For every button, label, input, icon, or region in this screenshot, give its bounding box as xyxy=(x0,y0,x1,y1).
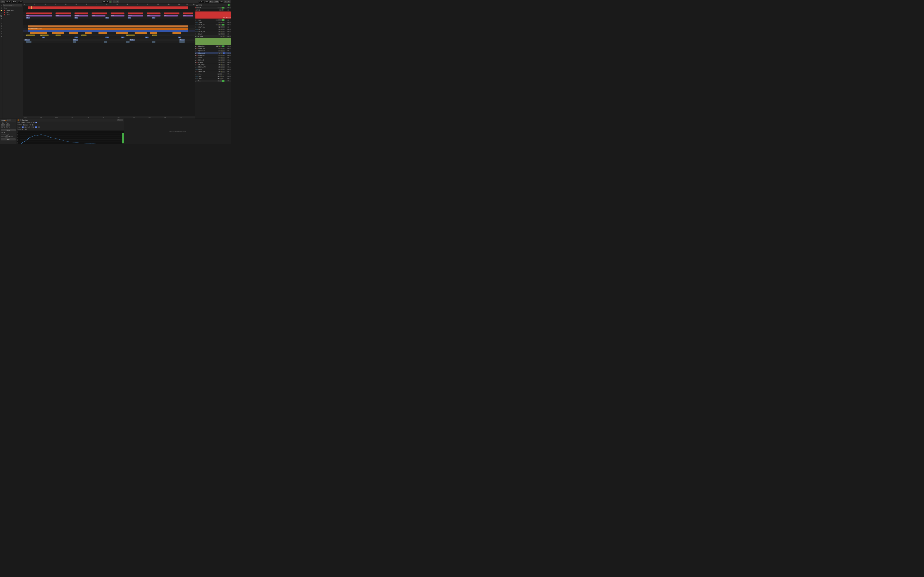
clip-drum1-1[interactable] xyxy=(26,13,52,15)
ch-13-bass-lead[interactable]: ▶ 13 Bass Lead 13 S ○ 0.00 ms xyxy=(195,47,231,50)
stop-button[interactable]: ■ xyxy=(113,0,115,3)
spectrum-expand-btn[interactable]: ⤢ xyxy=(120,119,123,121)
ch-21-m[interactable]: ○ xyxy=(223,66,225,68)
clip-bass-stab[interactable] xyxy=(28,26,188,27)
clip-chant-8[interactable] xyxy=(150,32,157,34)
icon-edit[interactable]: ✎ xyxy=(0,27,3,30)
ch-6-pmjp3-top[interactable]: ▷ 6 PMJP3_top 6 S ○ 0.00 ms xyxy=(195,24,231,26)
clip-pmjp3-8[interactable]: PMJP3_ri xyxy=(164,15,178,16)
ch-16-s[interactable]: S xyxy=(221,55,223,56)
icon-samples[interactable]: ♫ xyxy=(0,12,3,14)
graph-max-btn[interactable]: Max xyxy=(25,126,27,128)
clip-pmj-2[interactable]: PMJ xyxy=(74,17,78,19)
ch-16-m[interactable]: ○ xyxy=(223,55,225,56)
play-button[interactable]: ▶ xyxy=(109,0,112,3)
time-sig-display[interactable]: 4 / 4 xyxy=(12,1,16,3)
ch-5-snare-s[interactable]: S xyxy=(221,22,223,23)
mixer-collapse-btn[interactable]: ◀ xyxy=(200,4,202,6)
clip-chant-7[interactable] xyxy=(134,32,147,34)
ch-23-bass-lead[interactable]: ▶ 23 Bass Lead 23 S ○ 0.00 ms xyxy=(195,71,231,73)
tracks-container[interactable]: PMJP3 PMJP3 PMJP3_ri PMJP3 PMJP3 PMJP3_r… xyxy=(23,6,195,116)
clip-bracket-1[interactable] xyxy=(26,41,31,43)
refresh-val[interactable]: 40.0 ms xyxy=(23,124,28,126)
ch-12-s[interactable]: S xyxy=(218,45,220,47)
ch-master[interactable]: ▷ Master 0 S 0.00 ms xyxy=(195,80,231,82)
ch-b-hall-s[interactable]: S xyxy=(220,76,222,77)
clip-pmjp3-9[interactable]: PMJP3 xyxy=(183,15,193,16)
ch-gr-sub[interactable]: GR SUB 1 S 0.00 ms xyxy=(195,7,231,9)
clip-chant-2[interactable] xyxy=(52,32,64,34)
clip-015-3[interactable]: 015_N xyxy=(129,39,134,41)
limiter-auto-btn[interactable]: Auto xyxy=(1,139,16,141)
spectrum-play-btn[interactable]: ▶ xyxy=(19,119,21,121)
ch-20-m[interactable]: ○ xyxy=(223,64,225,65)
ch-4-kick[interactable]: ▶ 4 Kick 4 S ○ 0.00 ms xyxy=(195,19,231,21)
clip-drum1-7[interactable] xyxy=(147,13,160,15)
ch-19-m[interactable]: ○ xyxy=(223,61,225,63)
clip-015-1[interactable]: 015 xyxy=(24,39,30,41)
ch-4-kick-m[interactable]: ○ xyxy=(220,19,222,21)
scale-lin-btn[interactable]: Lin xyxy=(32,126,34,128)
ch-6-m[interactable]: ○ xyxy=(220,24,222,26)
ch-21-s[interactable]: S xyxy=(221,66,223,68)
clip-pmjp3-1[interactable]: PMJP3 xyxy=(26,15,52,16)
clip-drum1-4[interactable] xyxy=(92,13,107,15)
clip-chant-6[interactable] xyxy=(116,32,128,34)
clip-yellow-6[interactable]: ft xyxy=(152,34,157,36)
clip-015-4[interactable]: 015_ xyxy=(179,39,184,41)
clip-15-bass-lead[interactable] xyxy=(28,30,188,32)
gr-ks-fader[interactable]: -3.0 -inf -inf -inf xyxy=(195,11,231,19)
ch-22-fx1[interactable]: ▷ 22 FX 1 22 S ○ 0.00 ms xyxy=(195,68,231,71)
ch-17-s[interactable]: S xyxy=(221,57,223,58)
ch-a-room-s[interactable]: S xyxy=(220,73,222,75)
ch-16-bass-stab[interactable]: ▶ 16 Bass Stab 16 S ○ 0.00 ms xyxy=(195,54,231,56)
ch-gr-instr-s[interactable]: S xyxy=(223,35,225,37)
ch-18-m[interactable]: ○ xyxy=(223,59,225,61)
clip-015-2[interactable]: 015_N xyxy=(73,39,78,41)
ch-19-s[interactable]: S xyxy=(221,61,223,63)
ch-22-s[interactable]: S xyxy=(221,69,223,70)
ch-gr-ks-s[interactable]: S xyxy=(221,9,223,11)
ch-r-btn[interactable]: R xyxy=(33,122,34,123)
scale-st-btn[interactable]: ST xyxy=(38,126,40,128)
clip-chant-3[interactable] xyxy=(69,32,78,34)
spectrum-settings-btn[interactable]: ⚙ xyxy=(117,119,120,121)
ch-13-s[interactable]: S xyxy=(221,48,223,49)
ch-gr-sub-s[interactable]: S xyxy=(220,7,222,8)
limiter-gain-knob[interactable] xyxy=(1,123,5,127)
ch-gr-instr[interactable]: ▶ GR INSTR 11 S 0.00 ms xyxy=(195,35,231,38)
bar-mode-display[interactable]: 1 Bar xyxy=(18,1,23,3)
graph-line-btn[interactable]: Line xyxy=(22,126,24,128)
clip-pmjp3-7[interactable]: PMJP3 xyxy=(147,15,160,16)
limiter-ceiling-knob[interactable] xyxy=(6,123,10,127)
avg-val[interactable]: 1 xyxy=(32,124,34,126)
ch-7-m[interactable]: ○ xyxy=(223,26,225,28)
limiter-stereo-btn[interactable]: Stereo xyxy=(1,129,16,131)
clip-pmjp3-6[interactable]: PMJP3_ri xyxy=(128,15,143,16)
clip-bass-lead-long[interactable]: cf cf cf cf cf cf cf cf cf cf cf cf cf c… xyxy=(28,28,188,30)
ch-c-delay[interactable]: ▷ C Delay C S Post 0.00 ms xyxy=(195,77,231,80)
bpm-display[interactable]: 170.00 xyxy=(5,1,11,3)
icon-piano[interactable]: ♪ xyxy=(0,4,3,6)
clip-bracket-4[interactable] xyxy=(126,41,129,43)
clip-d-4[interactable]: D xyxy=(121,37,124,39)
search-input[interactable] xyxy=(3,4,22,6)
ch-18-007-sy[interactable]: ▶ 18 007_c_Sy 18 S ○ 0.00 ms xyxy=(195,59,231,61)
ch-20-fh-fx-mys[interactable]: ▶ 20 fh_fx_mys 20 S ○ 0.00 ms xyxy=(195,64,231,66)
ch-19-sample[interactable]: ▶ 19 Sample 19 S ○ 0.00 ms xyxy=(195,61,231,64)
gr-instr-fader[interactable]: -4.5 -inf -inf -inf xyxy=(195,38,231,45)
ch-l-btn[interactable]: L xyxy=(31,122,32,123)
ch-gr-ks[interactable]: GR KS 3 S C 0.00 ms xyxy=(195,9,231,11)
scale-log-btn[interactable]: Log xyxy=(36,126,37,128)
clip-chant-1[interactable] xyxy=(30,32,47,34)
clip-d-5[interactable]: D xyxy=(145,37,148,39)
icon-view[interactable]: ◰ xyxy=(0,22,3,24)
icon-note[interactable]: ♩ xyxy=(0,30,3,32)
clip-yellow-2[interactable]: Pf ft xyxy=(40,34,48,36)
h-button[interactable]: H xyxy=(224,1,227,3)
ch-14-s[interactable]: S xyxy=(221,50,223,52)
clip-bracket-2[interactable] xyxy=(73,41,76,43)
icon-instruments[interactable]: 🎹 xyxy=(0,15,3,17)
block-val[interactable]: 16384 xyxy=(21,122,25,123)
clip-yellow-4[interactable]: Pf xyxy=(81,34,86,36)
